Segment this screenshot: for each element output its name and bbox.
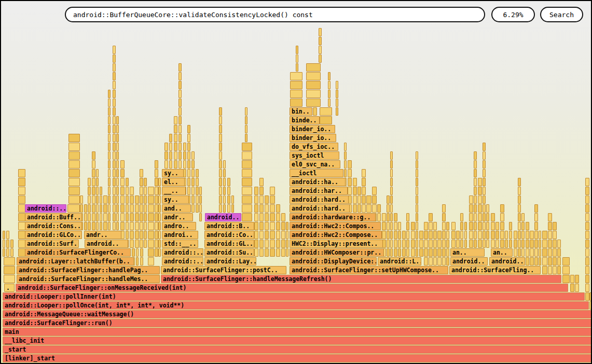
flame-frame-small[interactable] bbox=[362, 195, 366, 204]
flame-frame[interactable]: android::Looper::pollInner(int) bbox=[3, 292, 585, 301]
flame-frame-small[interactable] bbox=[505, 240, 508, 248]
flame-frame-small[interactable] bbox=[116, 134, 119, 142]
flame-frame-small[interactable] bbox=[353, 187, 357, 195]
flame-frame-small[interactable] bbox=[3, 231, 5, 239]
flame-frame-small[interactable] bbox=[227, 178, 230, 186]
flame-frame-small[interactable] bbox=[390, 248, 393, 257]
flame-frame-small[interactable] bbox=[178, 72, 182, 80]
flame-frame-small[interactable] bbox=[575, 284, 579, 292]
flame-frame-small[interactable] bbox=[306, 81, 321, 89]
flame-frame-small[interactable] bbox=[84, 213, 87, 221]
flame-frame-small[interactable] bbox=[286, 222, 288, 230]
flame-frame-small[interactable] bbox=[372, 204, 377, 213]
flame-frame-small[interactable] bbox=[306, 99, 321, 107]
flame-frame-small[interactable] bbox=[416, 213, 418, 221]
flame-frame-small[interactable] bbox=[575, 275, 579, 283]
flame-frame-small[interactable] bbox=[116, 222, 119, 230]
flame-frame-small[interactable] bbox=[178, 63, 182, 72]
flame-frame-small[interactable] bbox=[108, 134, 111, 142]
flame-frame[interactable]: android::.. bbox=[162, 257, 203, 265]
flame-frame-small[interactable] bbox=[486, 204, 489, 213]
flame-frame-small[interactable] bbox=[353, 204, 357, 213]
flame-frame-small[interactable] bbox=[406, 248, 409, 257]
flame-frame-small[interactable] bbox=[442, 213, 446, 221]
flame-frame-small[interactable] bbox=[113, 63, 116, 72]
flame-frame-small[interactable] bbox=[199, 195, 202, 204]
flame-frame-small[interactable] bbox=[3, 248, 5, 257]
flame-frame[interactable]: android::L.. bbox=[378, 257, 421, 265]
flame-frame-small[interactable] bbox=[242, 169, 252, 177]
flame-frame-small[interactable] bbox=[557, 266, 561, 274]
flame-frame-small[interactable] bbox=[446, 257, 449, 265]
flame-frame-small[interactable] bbox=[155, 187, 158, 195]
flame-frame-small[interactable] bbox=[521, 213, 525, 221]
flame-frame-small[interactable] bbox=[113, 72, 116, 80]
flame-frame-small[interactable] bbox=[542, 231, 547, 239]
flame-frame-small[interactable] bbox=[245, 125, 247, 133]
flame-frame-small[interactable] bbox=[169, 151, 172, 160]
flame-frame-small[interactable] bbox=[96, 222, 99, 230]
flame-frame-small[interactable] bbox=[585, 284, 589, 292]
flame-frame[interactable]: binder_io.. bbox=[290, 125, 335, 133]
flame-frame-small[interactable] bbox=[108, 99, 111, 107]
flame-frame-small[interactable] bbox=[178, 151, 182, 160]
flame-frame-small[interactable] bbox=[518, 195, 521, 204]
flame-frame[interactable]: android::Hwc2::Compos.. bbox=[290, 222, 381, 230]
flame-frame-small[interactable] bbox=[18, 240, 25, 248]
flame-frame-small[interactable] bbox=[483, 240, 486, 248]
flame-frame-small[interactable] bbox=[362, 178, 366, 186]
flame-frame-small[interactable] bbox=[281, 213, 285, 221]
flame-frame-small[interactable] bbox=[390, 195, 393, 204]
flame-frame-small[interactable] bbox=[509, 231, 512, 239]
flame-frame-small[interactable] bbox=[585, 195, 589, 204]
flame-frame-small[interactable] bbox=[223, 195, 226, 204]
flame-frame-small[interactable] bbox=[276, 204, 280, 213]
flame-frame[interactable]: android::ha.. bbox=[290, 178, 346, 186]
flame-frame-small[interactable] bbox=[474, 178, 477, 186]
flame-frame-small[interactable] bbox=[6, 231, 9, 239]
flame-frame-small[interactable] bbox=[10, 248, 13, 257]
flame-frame-small[interactable] bbox=[120, 178, 125, 186]
flame-frame[interactable]: android::MessageQueue::waitMessage() bbox=[3, 310, 591, 318]
flame-frame-small[interactable] bbox=[406, 231, 409, 239]
flame-frame-small[interactable] bbox=[144, 213, 147, 221]
flame-frame-small[interactable] bbox=[416, 169, 418, 177]
flame-frame-small[interactable] bbox=[100, 187, 102, 195]
flame-frame[interactable]: el0_svc_na.. bbox=[290, 160, 340, 169]
flame-frame-small[interactable] bbox=[474, 231, 477, 239]
flame-frame[interactable]: an.. bbox=[491, 248, 513, 257]
flame-frame-small[interactable] bbox=[18, 248, 25, 257]
flame-frame-small[interactable] bbox=[446, 231, 449, 239]
flame-frame-small[interactable] bbox=[116, 125, 119, 133]
flame-frame[interactable]: android.. bbox=[205, 213, 241, 221]
flame-frame[interactable]: __libc_init bbox=[3, 337, 591, 345]
flame-frame-small[interactable] bbox=[483, 195, 486, 204]
flame-frame-small[interactable] bbox=[265, 195, 269, 204]
flame-frame-small[interactable] bbox=[530, 240, 534, 248]
flame-frame-small[interactable] bbox=[155, 178, 158, 186]
flame-frame-small[interactable] bbox=[80, 195, 83, 204]
flame-frame-small[interactable] bbox=[419, 231, 423, 239]
flame-frame-small[interactable] bbox=[539, 257, 541, 265]
flame-frame[interactable]: sy.. bbox=[162, 195, 189, 204]
flame-frame-small[interactable] bbox=[585, 187, 589, 195]
flame-frame-small[interactable] bbox=[539, 240, 541, 248]
flame-frame[interactable]: android.. bbox=[450, 257, 488, 265]
flame-frame-small[interactable] bbox=[158, 240, 161, 248]
flame-frame[interactable]: android::Su.. bbox=[204, 248, 254, 257]
flame-frame-small[interactable] bbox=[113, 187, 116, 195]
flame-frame-small[interactable] bbox=[394, 213, 397, 221]
flame-frame-small[interactable] bbox=[116, 213, 119, 221]
flame-frame-small[interactable] bbox=[411, 248, 415, 257]
flame-frame-small[interactable] bbox=[92, 204, 95, 213]
flame-frame-small[interactable] bbox=[196, 178, 199, 186]
flame-frame-small[interactable] bbox=[483, 213, 486, 221]
flame-frame-small[interactable] bbox=[416, 240, 418, 248]
flame-frame-small[interactable] bbox=[140, 178, 143, 186]
flame-frame-small[interactable] bbox=[495, 240, 499, 248]
flame-frame-small[interactable] bbox=[382, 213, 386, 221]
flame-frame-small[interactable] bbox=[126, 195, 129, 204]
flame-frame-small[interactable] bbox=[187, 160, 190, 169]
flame-frame-small[interactable] bbox=[539, 248, 541, 257]
flame-frame-small[interactable] bbox=[390, 222, 393, 230]
